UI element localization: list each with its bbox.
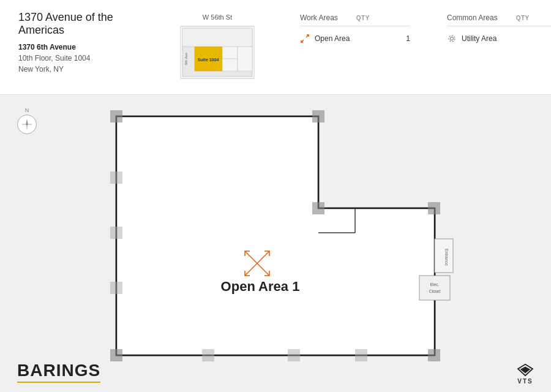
compass xyxy=(17,115,37,134)
svg-text:6th Ave: 6th Ave xyxy=(184,52,188,65)
svg-rect-32 xyxy=(355,349,367,361)
svg-rect-7 xyxy=(238,47,252,71)
open-area-icon xyxy=(300,34,310,43)
header: 1370 Avenue of the Americas 1370 6th Ave… xyxy=(0,0,551,95)
common-areas-group: Common Areas QTY Utility Area 1 xyxy=(447,13,551,47)
svg-rect-26 xyxy=(428,349,440,361)
svg-rect-31 xyxy=(288,349,300,361)
svg-text:Elec.: Elec. xyxy=(430,282,440,287)
svg-text:Suite 1004: Suite 1004 xyxy=(198,58,219,62)
address-line1: 10th Floor, Suite 1004 xyxy=(18,53,153,64)
work-areas-header: Work Areas QTY xyxy=(300,13,410,26)
common-area-row-1: Utility Area 1 xyxy=(447,34,551,43)
svg-point-13 xyxy=(451,37,454,40)
svg-rect-28 xyxy=(110,227,122,239)
svg-text:Entrance: Entrance xyxy=(444,249,449,266)
common-areas-title: Common Areas xyxy=(447,13,498,22)
building-info: 1370 Avenue of the Americas 1370 6th Ave… xyxy=(18,11,153,75)
svg-rect-22 xyxy=(312,110,324,123)
barings-logo: BARINGS xyxy=(17,361,100,383)
svg-rect-6 xyxy=(222,59,238,71)
building-name: 1370 Avenue of the Americas xyxy=(18,11,153,37)
open-area-qty: 1 xyxy=(406,34,410,43)
floorplan-svg: Entrance Elec. Closet Open Area xyxy=(80,98,496,374)
address-line2: New York, NY xyxy=(18,64,153,75)
svg-rect-29 xyxy=(110,282,122,294)
open-area-name: Open Area xyxy=(315,34,401,43)
svg-rect-8 xyxy=(182,28,252,47)
floorplan-walls: Entrance Elec. Closet Open Area xyxy=(110,110,453,361)
svg-rect-25 xyxy=(110,349,122,361)
work-areas-title: Work Areas xyxy=(300,13,338,22)
address-bold: 1370 6th Avenue xyxy=(18,43,153,51)
svg-rect-24 xyxy=(428,202,440,214)
utility-area-name: Utility Area xyxy=(462,34,548,43)
barings-text: BARINGS xyxy=(17,361,100,383)
svg-rect-5 xyxy=(222,47,238,59)
svg-point-19 xyxy=(26,124,28,126)
main-content: N xyxy=(0,95,551,392)
thumbnail-svg: Suite 1004 6th Ave xyxy=(178,23,257,81)
svg-text:Closet: Closet xyxy=(429,289,441,293)
scale-indicator: N xyxy=(17,107,37,134)
work-areas-qty-label: QTY xyxy=(356,15,370,21)
utility-area-icon xyxy=(447,34,457,43)
work-areas-group: Work Areas QTY Open Area 1 xyxy=(300,13,410,47)
svg-rect-21 xyxy=(110,110,122,123)
svg-text:Open Area 1: Open Area 1 xyxy=(221,279,300,294)
svg-marker-20 xyxy=(116,116,435,355)
common-areas-header: Common Areas QTY xyxy=(447,13,551,26)
svg-rect-23 xyxy=(312,202,324,214)
work-area-row-1: Open Area 1 xyxy=(300,34,410,43)
common-areas-qty-label: QTY xyxy=(516,15,530,21)
street-label: W 56th St xyxy=(178,13,257,21)
vts-icon xyxy=(517,363,534,377)
vts-text: VTS xyxy=(517,378,533,385)
floorplan-container: Entrance Elec. Closet Open Area xyxy=(37,104,539,368)
thumbnail-area: W 56th St Suite 1004 xyxy=(178,13,257,81)
svg-point-14 xyxy=(449,36,455,42)
svg-rect-27 xyxy=(110,172,122,184)
thumbnail-map: Suite 1004 6th Ave xyxy=(178,23,257,81)
areas-section: Work Areas QTY Open Area 1 xyxy=(300,13,551,47)
vts-logo: VTS xyxy=(517,363,534,385)
svg-rect-35 xyxy=(435,239,453,273)
svg-rect-30 xyxy=(202,349,214,361)
scale-num: N xyxy=(25,107,29,113)
svg-rect-37 xyxy=(419,276,450,300)
